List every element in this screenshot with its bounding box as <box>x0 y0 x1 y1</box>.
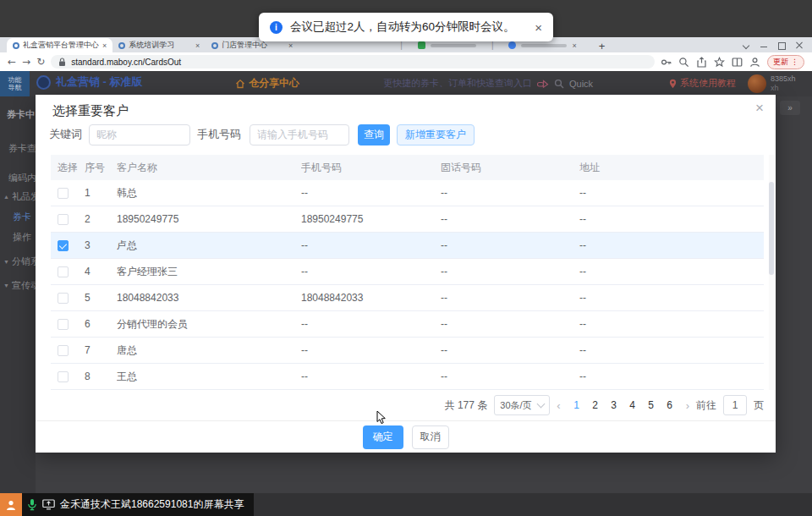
cell-landline: -- <box>441 213 579 225</box>
sidebar-expand-button[interactable]: » <box>780 101 800 115</box>
table-row[interactable]: 21895024977518950249775---- <box>51 206 764 233</box>
modal-close-icon[interactable]: × <box>755 100 764 117</box>
participant-icon[interactable] <box>0 493 22 516</box>
tab-search-icon[interactable] <box>742 41 750 50</box>
cell-name: 18048842033 <box>117 292 301 304</box>
cell-select <box>51 266 85 277</box>
confirm-button[interactable]: 确定 <box>363 425 403 449</box>
cell-name: 王总 <box>117 370 301 384</box>
row-checkbox[interactable] <box>58 266 69 277</box>
tab-favicon-icon <box>418 41 425 49</box>
query-button[interactable]: 查询 <box>358 124 390 145</box>
back-icon[interactable]: ← <box>8 57 16 67</box>
password-key-icon[interactable] <box>661 57 672 68</box>
tutorial-link[interactable]: 系统使用教程 <box>669 77 736 90</box>
column-header: 手机号码 <box>301 161 441 175</box>
goto-suffix: 页 <box>754 398 764 413</box>
keyword-label: 关键词 <box>49 127 82 142</box>
row-checkbox[interactable] <box>58 345 69 356</box>
sidebar-item[interactable]: ▼分销系 <box>3 255 36 268</box>
cell-phone: 18950249775 <box>301 213 441 225</box>
mouse-cursor <box>376 410 387 425</box>
url-bar[interactable]: standard.maboy.cn/CardsOut <box>51 55 655 69</box>
new-tab-button[interactable]: + <box>599 40 606 52</box>
quick-search-label[interactable]: Quick <box>569 79 593 89</box>
row-checkbox[interactable] <box>58 293 69 304</box>
sidebar-item[interactable]: 券卡查 <box>8 142 36 155</box>
share-center-link[interactable]: 仓分享中心 <box>235 76 299 91</box>
tab-favicon-icon <box>508 41 516 49</box>
cell-name: 分销代理的会员 <box>117 317 301 332</box>
table-scrollbar[interactable] <box>769 155 774 390</box>
sidebar-item[interactable]: 券卡 <box>13 211 31 223</box>
tab-close-icon[interactable]: × <box>195 41 200 50</box>
page-number[interactable]: 5 <box>645 399 657 411</box>
sidebar-item[interactable]: 编码内 <box>8 172 36 184</box>
browser-tab[interactable]: 礼盒营销平台管理中心× <box>7 38 112 52</box>
row-checkbox[interactable] <box>58 240 69 251</box>
tab-close-icon[interactable]: × <box>572 41 576 50</box>
page-number[interactable]: 2 <box>590 399 601 411</box>
cell-name: 唐总 <box>117 343 301 358</box>
add-customer-button[interactable]: 新增重要客户 <box>397 124 475 145</box>
user-avatar[interactable] <box>748 74 766 93</box>
table-row[interactable]: 8王总------ <box>51 364 764 390</box>
quick-search-icon[interactable] <box>554 79 564 89</box>
tab-close-icon[interactable]: × <box>102 41 107 50</box>
page-number[interactable]: 3 <box>608 399 620 411</box>
goto-page-input[interactable] <box>723 395 747 415</box>
sidebar-item[interactable]: 操作 <box>13 231 31 244</box>
phone-input[interactable] <box>250 124 349 145</box>
table-row[interactable]: 6分销代理的会员------ <box>51 311 764 338</box>
page-size-select[interactable]: 30条/页 <box>494 395 550 415</box>
pointing-hand-icon <box>537 79 549 89</box>
cell-phone: 18048842033 <box>301 292 441 304</box>
table-row[interactable]: 51804884203318048842033---- <box>51 285 764 311</box>
scrollbar-thumb[interactable] <box>769 182 774 275</box>
table-row[interactable]: 1韩总------ <box>51 180 764 206</box>
minimize-icon[interactable] <box>760 41 768 50</box>
page-number[interactable]: 6 <box>664 399 676 411</box>
screen-share-icon <box>42 499 55 510</box>
function-nav-toggle[interactable]: 功能导航 <box>0 71 30 96</box>
share-icon[interactable] <box>696 57 707 68</box>
next-page-icon[interactable]: › <box>686 399 689 412</box>
cell-landline: -- <box>441 292 579 304</box>
row-checkbox[interactable] <box>58 371 69 382</box>
chrome-menu-icon[interactable]: ⋮ <box>791 58 798 66</box>
browser-tab-partial[interactable]: × <box>508 41 576 50</box>
bookmark-star-icon[interactable] <box>714 57 725 68</box>
profile-icon[interactable] <box>749 57 760 68</box>
chrome-update-button[interactable]: 更新 ⋮ <box>767 55 804 69</box>
refresh-icon[interactable]: ↻ <box>36 57 45 67</box>
table-row[interactable]: 4客户经理张三------ <box>51 259 764 285</box>
cancel-button[interactable]: 取消 <box>412 425 449 449</box>
tab-divider: | <box>400 41 403 50</box>
forward-icon[interactable]: → <box>22 57 30 67</box>
split-view-icon[interactable] <box>732 57 743 68</box>
page-number[interactable]: 1 <box>571 399 583 411</box>
sidebar-item[interactable]: ▲礼品发 <box>3 190 36 203</box>
window-close-icon[interactable] <box>795 41 804 50</box>
row-checkbox[interactable] <box>58 319 69 330</box>
row-checkbox[interactable] <box>58 188 69 199</box>
cell-address: -- <box>579 344 764 356</box>
maximize-icon[interactable] <box>777 41 786 50</box>
table-row[interactable]: 7唐总------ <box>51 338 764 364</box>
row-checkbox[interactable] <box>58 214 69 225</box>
browser-tab-partial[interactable] <box>418 41 476 49</box>
phone-label: 手机号码 <box>197 127 241 142</box>
sidebar-item[interactable]: ▼宣传动 <box>3 279 36 292</box>
table-row[interactable]: 3卢总------ <box>51 233 764 259</box>
toast-close-icon[interactable]: × <box>535 20 542 35</box>
browser-tab[interactable]: 系统培训学习× <box>112 38 206 52</box>
prev-page-icon[interactable]: ‹ <box>557 399 560 412</box>
cell-no: 5 <box>85 292 117 304</box>
tab-close-icon[interactable]: × <box>288 41 293 50</box>
zoom-icon[interactable] <box>678 57 689 68</box>
page-number[interactable]: 4 <box>627 399 639 411</box>
keyword-input[interactable] <box>89 124 190 145</box>
sidebar-item[interactable]: 券卡中 <box>7 108 35 121</box>
cell-address: -- <box>579 318 764 330</box>
addressbar-icons: 更新 ⋮ <box>661 55 804 69</box>
